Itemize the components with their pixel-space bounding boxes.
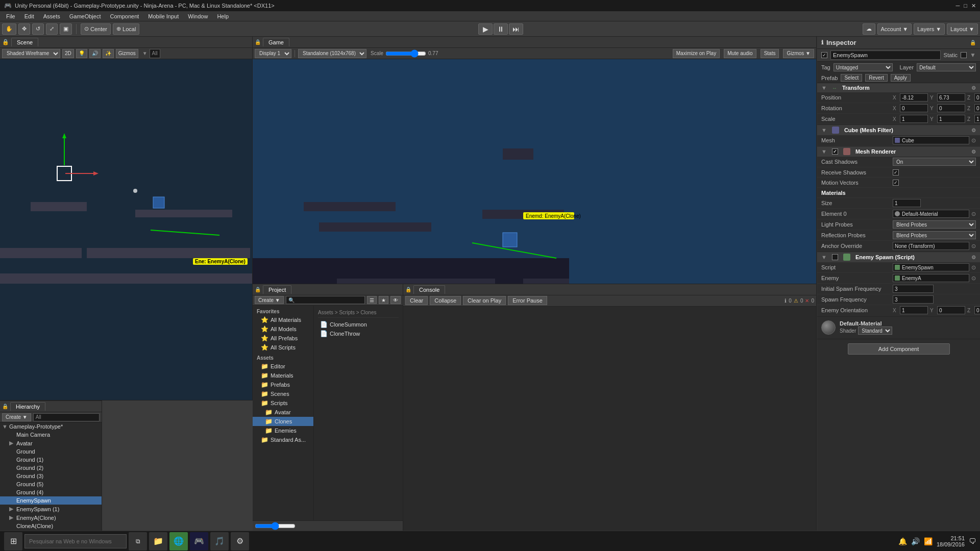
tool-rotate[interactable]: ↺ — [32, 23, 44, 35]
display-select[interactable]: Display 1 — [255, 49, 291, 58]
tree-item-camera[interactable]: Main Camera — [0, 431, 102, 439]
tree-item-avatar[interactable]: ▶ Avatar — [0, 439, 102, 447]
enemyspawn-header[interactable]: ▼ Enemy Spawn (Script) ⚙ — [817, 252, 980, 262]
clear-on-play-btn[interactable]: Clear on Play — [463, 296, 506, 305]
menu-file[interactable]: File — [2, 12, 19, 20]
view-mode-select[interactable]: Shaded Wireframe — [2, 49, 60, 58]
spawn-freq-input[interactable] — [893, 295, 934, 304]
pivot-center-btn[interactable]: ⊙ Center — [81, 23, 111, 35]
tree-item-ground[interactable]: Ground — [0, 447, 102, 456]
hierarchy-search[interactable]: All — [33, 413, 100, 421]
folder-clones[interactable]: 📁 Clones — [253, 417, 313, 426]
tree-item-enemya1[interactable]: ▶ EnemyA(Clone) — [0, 513, 102, 522]
folder-enemies[interactable]: 📁 Enemies — [253, 426, 313, 435]
resolution-select[interactable]: Standalone (1024x768) — [298, 49, 366, 58]
motion-vectors-checkbox[interactable] — [893, 180, 899, 186]
component-menu-icon[interactable]: ⚙ — [971, 128, 976, 133]
game-gizmos-btn[interactable]: Gizmos ▼ — [783, 49, 814, 58]
hierarchy-create-btn[interactable]: Create ▼ — [2, 413, 31, 421]
project-create-btn[interactable]: Create ▼ — [255, 296, 284, 304]
layout-btn[interactable]: Layout ▼ — [947, 23, 978, 35]
game-tab[interactable]: Game — [263, 38, 289, 46]
program1-btn[interactable]: 🎵 — [210, 532, 229, 550]
tool-rect[interactable]: ▣ — [60, 23, 72, 35]
clear-btn[interactable]: Clear — [405, 296, 428, 305]
script-ref[interactable]: EnemySpawn — [893, 263, 969, 271]
component-menu-icon[interactable]: ⚙ — [971, 255, 976, 260]
tree-item-ground3[interactable]: Ground (3) — [0, 472, 102, 480]
receive-shadows-checkbox[interactable] — [893, 169, 899, 176]
tree-item-ground2[interactable]: Ground (2) — [0, 464, 102, 472]
meshfilter-header[interactable]: ▼ Cube (Mesh Filter) ⚙ — [817, 125, 980, 135]
reflection-probes-select[interactable]: Blend Probes — [893, 231, 976, 239]
tool-move[interactable]: ✥ — [18, 23, 30, 35]
mute-audio-btn[interactable]: Mute audio — [724, 49, 756, 58]
folder-scenes[interactable]: 📁 Scenes — [253, 389, 313, 398]
renderer-enable-checkbox[interactable] — [832, 148, 838, 155]
menu-help[interactable]: Help — [213, 12, 233, 20]
mesh-ref[interactable]: Cube — [893, 136, 969, 144]
materials-size-input[interactable] — [893, 199, 921, 207]
initial-spawn-input[interactable] — [893, 285, 934, 293]
cloud-btn[interactable]: ☁ — [863, 23, 875, 35]
zoom-slider[interactable] — [255, 523, 296, 529]
transform-header[interactable]: ▼ ↔ Transform ⚙ — [817, 83, 980, 92]
element0-ref-btn[interactable]: ⊙ — [971, 211, 976, 217]
unity-taskbar-btn[interactable]: 🎮 — [190, 532, 208, 550]
lights-btn[interactable]: 💡 — [76, 49, 87, 58]
orient-y[interactable] — [937, 306, 965, 314]
tree-item-ground4[interactable]: Ground (4) — [0, 488, 102, 496]
rotation-x[interactable] — [900, 104, 928, 112]
revert-btn[interactable]: Revert — [865, 74, 887, 82]
maximize-on-play-btn[interactable]: Maximize on Play — [673, 49, 720, 58]
tree-item-ground1[interactable]: Ground (1) — [0, 456, 102, 464]
systray-icon2[interactable]: 🔊 — [911, 537, 920, 545]
taskview-btn[interactable]: ⧉ — [129, 532, 147, 550]
layer-select[interactable]: Default — [917, 63, 976, 71]
folder-avatar[interactable]: 📁 Avatar — [253, 408, 313, 417]
project-btn3[interactable]: 👁 — [390, 296, 401, 304]
enemy-ref-btn[interactable]: ⊙ — [971, 275, 976, 282]
project-search[interactable]: 🔍 — [286, 296, 365, 304]
local-btn[interactable]: ⊕ Local — [113, 23, 139, 35]
systray-icon3[interactable]: 📶 — [924, 537, 933, 545]
scene-tab[interactable]: Scene — [11, 38, 38, 46]
step-button[interactable]: ⏭ — [509, 23, 523, 35]
scale-z[interactable] — [974, 115, 980, 123]
scale-x[interactable] — [900, 115, 928, 123]
static-dropdown[interactable]: ▼ — [970, 52, 976, 59]
collapse-btn[interactable]: Collapse — [430, 296, 461, 305]
tool-hand[interactable]: ✋ — [2, 23, 16, 35]
gizmos-btn[interactable]: Gizmos — [116, 49, 138, 58]
shader-select[interactable]: Standard — [858, 327, 892, 335]
files-btn[interactable]: 📁 — [149, 532, 167, 550]
script-ref-btn[interactable]: ⊙ — [971, 264, 976, 271]
tree-item-ground5[interactable]: Ground (5) — [0, 480, 102, 488]
orient-z[interactable] — [974, 306, 980, 314]
object-name-input[interactable] — [830, 51, 941, 60]
tree-item-root[interactable]: ▼ Gameplay-Prototype* — [0, 422, 102, 431]
mesh-ref-btn[interactable]: ⊙ — [971, 137, 976, 144]
active-checkbox[interactable] — [821, 52, 827, 58]
chrome-btn[interactable]: 🌐 — [169, 532, 188, 550]
menu-gameobject[interactable]: GameObject — [65, 12, 105, 20]
position-y[interactable] — [937, 93, 965, 102]
menu-window[interactable]: Window — [184, 12, 212, 20]
scale-y[interactable] — [937, 115, 965, 123]
position-z[interactable] — [974, 93, 980, 102]
project-tab[interactable]: Project — [263, 285, 291, 294]
sound-btn[interactable]: 🔊 — [89, 49, 101, 58]
project-btn2[interactable]: ★ — [379, 296, 388, 304]
windows-start-btn[interactable]: ⊞ — [4, 532, 22, 550]
hierarchy-tab[interactable]: Hierarchy — [10, 402, 45, 411]
tool-scale[interactable]: ⤢ — [46, 23, 58, 35]
enemy-ref[interactable]: EnemyA — [893, 274, 969, 282]
layers-btn[interactable]: Layers ▼ — [914, 23, 945, 35]
position-x[interactable] — [900, 93, 928, 102]
fav-all-scripts[interactable]: ⭐ All Scripts — [253, 343, 313, 352]
folder-scripts[interactable]: 📁 Scripts — [253, 398, 313, 408]
console-tab[interactable]: Console — [413, 285, 445, 294]
folder-editor[interactable]: 📁 Editor — [253, 362, 313, 371]
minimize-btn[interactable]: ─ — [956, 3, 960, 9]
folder-materials[interactable]: 📁 Materials — [253, 371, 313, 380]
